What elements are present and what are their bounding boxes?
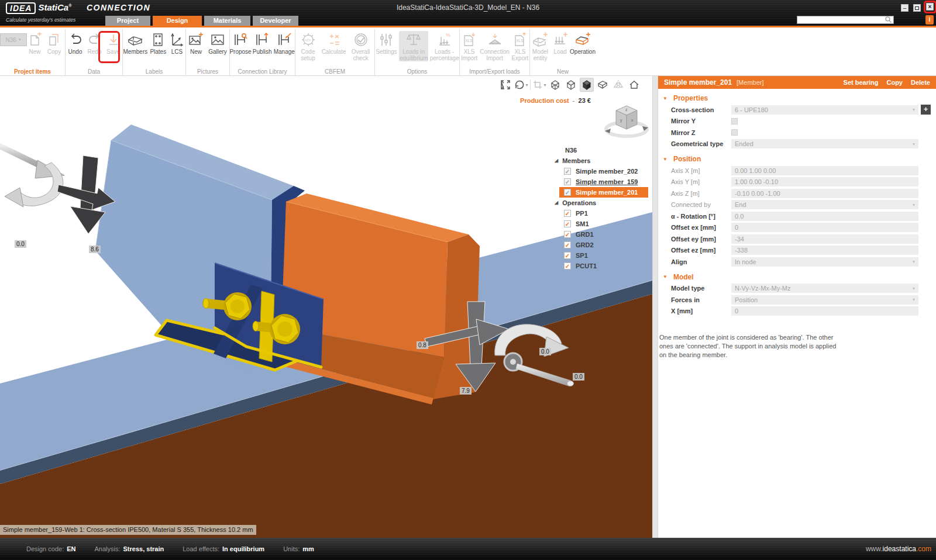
info-button[interactable]: i [925, 15, 934, 25]
members-button[interactable]: Members [123, 31, 148, 55]
overall-check-icon [353, 31, 369, 49]
x-mm-field[interactable]: 0 [731, 306, 918, 316]
publish-button[interactable]: Publish [252, 31, 273, 55]
ribbon-copy-item-button[interactable]: Copy [45, 31, 64, 55]
plates-button[interactable]: Plates [149, 31, 167, 55]
maximize-button[interactable] [913, 4, 921, 12]
home-view-button[interactable] [627, 78, 641, 92]
gallery-button[interactable]: Gallery [207, 31, 229, 55]
mirror-z-checkbox[interactable] [731, 129, 738, 136]
redo-button[interactable]: Redo [86, 31, 104, 55]
code-setup-button[interactable]: </> Code setup [297, 31, 320, 61]
tree-item-grd1[interactable]: ✓GRD1 [549, 229, 648, 240]
wireframe-view-button[interactable] [548, 78, 562, 92]
operation-checkbox[interactable]: ✓ [564, 220, 571, 227]
section-crop-button[interactable]: ▾ [532, 78, 546, 92]
xls-export-button[interactable]: XLS XLS Export [511, 31, 529, 61]
loads-in-equilibrium-button[interactable]: Loads in equilibrium [399, 31, 429, 61]
member-checkbox[interactable]: ✓ [564, 189, 571, 196]
mirror-view-button[interactable] [611, 78, 625, 92]
model-type-select[interactable]: N-Vy-Vz-Mx-My-Mz▾ [731, 284, 918, 293]
mirror-y-checkbox[interactable] [731, 118, 738, 125]
save-button[interactable]: Save [105, 31, 122, 55]
section-header[interactable]: ▼Position [658, 153, 936, 165]
tree-item-sp1[interactable]: ✓SP1 [549, 250, 648, 261]
calculate-button[interactable]: Calculate [321, 31, 347, 55]
lcs-button[interactable]: LCS [168, 31, 185, 55]
idea-logo: IDEA [6, 2, 36, 14]
model-entity-button[interactable]: Model entity [530, 31, 550, 61]
maximize-icon [915, 6, 919, 10]
tree-item-pp1[interactable]: ✓PP1 [549, 208, 648, 219]
settings-button[interactable]: Settings [375, 31, 398, 55]
offset-ey-field[interactable]: -34 [731, 234, 918, 244]
connected-by-select[interactable]: End▾ [731, 200, 918, 209]
tree-item-simple-member-201[interactable]: ✓ Simple member_201 [559, 187, 648, 198]
ribbon-new-item-button[interactable]: New [26, 31, 44, 55]
tree-item-grd2[interactable]: ✓GRD2 [549, 240, 648, 250]
undo-button[interactable]: Undo [66, 31, 85, 55]
operation-button[interactable]: Operation [570, 31, 596, 55]
tree-item-sm1[interactable]: ✓SM1 [549, 219, 648, 229]
xls-import-button[interactable]: XLS XLS Import [460, 31, 479, 61]
propose-icon [233, 31, 248, 49]
cube-axis-z: z [625, 108, 628, 112]
website-link[interactable]: www.ideastatica.com [866, 538, 931, 560]
tab-project[interactable]: Project [105, 16, 150, 26]
tree-item-simple-member-159[interactable]: ✓ Simple member_159 [549, 177, 648, 187]
align-select[interactable]: In node▾ [731, 257, 918, 267]
offset-ex-field[interactable]: 0 [731, 223, 918, 232]
zoom-fit-button[interactable] [498, 78, 512, 92]
operation-checkbox[interactable]: ✓ [564, 210, 571, 217]
section-header[interactable]: ▼Model [658, 271, 936, 283]
forces-in-select[interactable]: Position▾ [731, 295, 918, 305]
axis-x-field[interactable]: 0.00 1.00 0.00 [731, 166, 918, 175]
set-bearing-button[interactable]: Set bearing [844, 79, 879, 86]
cube-axis-y: y [620, 118, 622, 123]
copy-member-button[interactable]: Copy [886, 79, 903, 86]
cross-section-select[interactable]: 6 - UPE180▾ [731, 105, 918, 115]
overall-check-button[interactable]: Overall check [348, 31, 374, 61]
viewport-3d[interactable]: 0.0 8.6 0.8 7.9 0.0 0.0 ▾ ▾ Productio [0, 76, 652, 538]
search-input[interactable] [797, 16, 894, 24]
operation-checkbox[interactable]: ✓ [564, 241, 571, 248]
add-cross-section-button[interactable]: + [921, 105, 931, 115]
solid-view-button[interactable] [580, 78, 594, 92]
tab-developer[interactable]: Developer [253, 16, 298, 26]
tree-group-members[interactable]: ◢ Members [549, 155, 648, 166]
delete-member-button[interactable]: Delete [911, 79, 930, 86]
connection-import-button[interactable]: Connection Import [480, 31, 510, 61]
tree-item-simple-member-202[interactable]: ✓ Simple member_202 [549, 166, 648, 177]
tree-group-operations[interactable]: ◢ Operations [549, 198, 648, 208]
manage-button[interactable]: Manage [274, 31, 295, 55]
member-checkbox[interactable]: ✓ [564, 168, 571, 175]
section-view-button[interactable] [596, 78, 610, 92]
geometrical-type-select[interactable]: Ended▾ [731, 139, 918, 148]
section-header[interactable]: ▼Properties [658, 92, 936, 104]
load-button[interactable]: Load [552, 31, 569, 55]
offset-ez-field[interactable]: -338 [731, 246, 918, 255]
panel-divider[interactable] [652, 76, 658, 538]
picture-new-button[interactable]: New [187, 31, 205, 55]
minimize-button[interactable]: – [901, 4, 909, 12]
tree-item-pcut1[interactable]: ✓PCUT1 [549, 261, 648, 271]
tree-root-n36[interactable]: N36 [549, 145, 648, 155]
operation-checkbox[interactable]: ✓ [564, 252, 571, 259]
operation-checkbox[interactable]: ✓ [564, 231, 571, 238]
ribbon-item-selector[interactable]: N36▾ [2, 31, 25, 46]
load-value-right-force: 7.9 [460, 387, 472, 395]
tab-design[interactable]: Design [153, 16, 202, 26]
ribbon-group-new: Model entity Load Operation New [530, 29, 596, 76]
shaded-view-button[interactable] [564, 78, 578, 92]
loads-percentage-button[interactable]: % Loads - percentage [429, 31, 459, 61]
operation-checkbox[interactable]: ✓ [564, 262, 571, 269]
rotation-field[interactable]: 0.0 [731, 212, 918, 221]
axis-z-field[interactable]: -0.10 0.00 -1.00 [731, 189, 918, 198]
orbit-button[interactable]: ▾ [514, 78, 528, 92]
tab-materials[interactable]: Materials [204, 16, 250, 26]
collapse-icon: ▼ [663, 157, 667, 162]
propose-button[interactable]: Propose [230, 31, 251, 55]
axis-y-field[interactable]: 1.00 0.00 -0.10 [731, 177, 918, 186]
navigation-cube[interactable]: y x z [604, 103, 649, 143]
member-checkbox[interactable]: ✓ [564, 178, 571, 185]
